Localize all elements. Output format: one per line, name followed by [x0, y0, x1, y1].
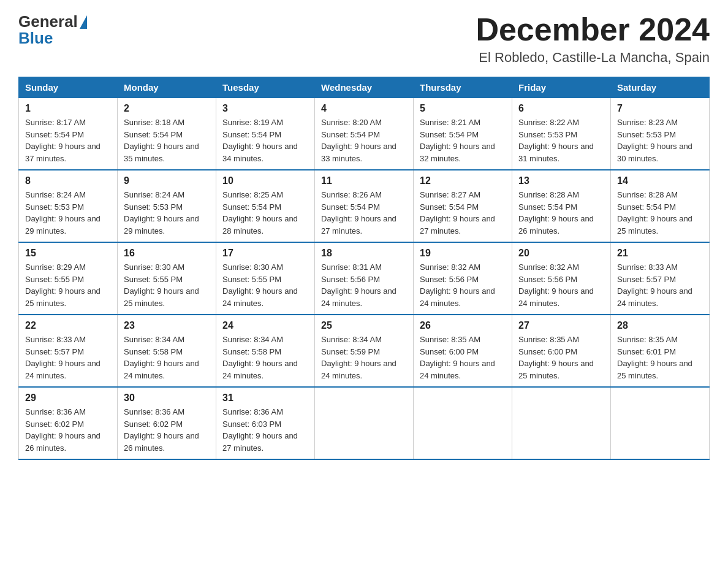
header-cell-friday: Friday: [512, 77, 611, 98]
location-subtitle: El Robledo, Castille-La Mancha, Spain: [476, 50, 710, 66]
page-header: General Blue December 2024 El Robledo, C…: [18, 12, 710, 66]
day-number: 24: [222, 320, 308, 331]
calendar-day-cell: 13Sunrise: 8:28 AMSunset: 5:54 PMDayligh…: [512, 170, 611, 242]
calendar-day-cell: [414, 387, 512, 459]
calendar-day-cell: 18Sunrise: 8:31 AMSunset: 5:56 PMDayligh…: [315, 242, 414, 315]
day-number: 23: [124, 320, 210, 331]
day-number: 16: [124, 248, 210, 259]
calendar-day-cell: 8Sunrise: 8:24 AMSunset: 5:53 PMDaylight…: [19, 170, 118, 242]
header-cell-monday: Monday: [118, 77, 216, 98]
day-info: Sunrise: 8:33 AMSunset: 5:57 PMDaylight:…: [25, 334, 111, 381]
calendar-day-cell: 10Sunrise: 8:25 AMSunset: 5:54 PMDayligh…: [216, 170, 315, 242]
calendar-day-cell: 5Sunrise: 8:21 AMSunset: 5:54 PMDaylight…: [414, 98, 512, 170]
calendar-day-cell: 24Sunrise: 8:34 AMSunset: 5:58 PMDayligh…: [216, 315, 315, 387]
calendar-day-cell: 23Sunrise: 8:34 AMSunset: 5:58 PMDayligh…: [118, 315, 216, 387]
day-number: 10: [222, 175, 308, 186]
calendar-day-cell: 29Sunrise: 8:36 AMSunset: 6:02 PMDayligh…: [19, 387, 118, 459]
day-number: 3: [222, 103, 308, 114]
calendar-day-cell: 28Sunrise: 8:35 AMSunset: 6:01 PMDayligh…: [611, 315, 710, 387]
day-number: 14: [617, 175, 703, 186]
day-info: Sunrise: 8:28 AMSunset: 5:54 PMDaylight:…: [518, 189, 604, 237]
day-number: 13: [518, 175, 604, 186]
day-number: 18: [321, 248, 407, 259]
calendar-day-cell: 15Sunrise: 8:29 AMSunset: 5:55 PMDayligh…: [19, 242, 118, 315]
calendar-day-cell: 31Sunrise: 8:36 AMSunset: 6:03 PMDayligh…: [216, 387, 315, 459]
day-info: Sunrise: 8:32 AMSunset: 5:56 PMDaylight:…: [420, 261, 506, 309]
calendar-day-cell: 14Sunrise: 8:28 AMSunset: 5:54 PMDayligh…: [611, 170, 710, 242]
day-number: 25: [321, 320, 407, 331]
day-info: Sunrise: 8:35 AMSunset: 6:00 PMDaylight:…: [420, 334, 506, 381]
calendar-day-cell: 4Sunrise: 8:20 AMSunset: 5:54 PMDaylight…: [315, 98, 414, 170]
day-number: 21: [617, 248, 703, 259]
day-info: Sunrise: 8:35 AMSunset: 6:00 PMDaylight:…: [518, 334, 604, 381]
calendar-day-cell: 9Sunrise: 8:24 AMSunset: 5:53 PMDaylight…: [118, 170, 216, 242]
header-cell-thursday: Thursday: [414, 77, 512, 98]
day-number: 8: [25, 175, 111, 186]
day-number: 12: [420, 175, 506, 186]
calendar-week-row: 15Sunrise: 8:29 AMSunset: 5:55 PMDayligh…: [19, 242, 710, 315]
day-info: Sunrise: 8:34 AMSunset: 5:58 PMDaylight:…: [222, 334, 308, 381]
calendar-table: SundayMondayTuesdayWednesdayThursdayFrid…: [18, 77, 710, 460]
calendar-day-cell: 27Sunrise: 8:35 AMSunset: 6:00 PMDayligh…: [512, 315, 611, 387]
day-info: Sunrise: 8:19 AMSunset: 5:54 PMDaylight:…: [222, 117, 308, 164]
logo-blue-text: Blue: [18, 29, 53, 48]
calendar-day-cell: 26Sunrise: 8:35 AMSunset: 6:00 PMDayligh…: [414, 315, 512, 387]
day-number: 30: [124, 393, 210, 404]
calendar-week-row: 8Sunrise: 8:24 AMSunset: 5:53 PMDaylight…: [19, 170, 710, 242]
calendar-day-cell: 25Sunrise: 8:34 AMSunset: 5:59 PMDayligh…: [315, 315, 414, 387]
day-info: Sunrise: 8:33 AMSunset: 5:57 PMDaylight:…: [617, 261, 703, 309]
day-number: 28: [617, 320, 703, 331]
day-info: Sunrise: 8:21 AMSunset: 5:54 PMDaylight:…: [420, 117, 506, 164]
day-number: 20: [518, 248, 604, 259]
day-info: Sunrise: 8:28 AMSunset: 5:54 PMDaylight:…: [617, 189, 703, 237]
header-cell-wednesday: Wednesday: [315, 77, 414, 98]
day-info: Sunrise: 8:35 AMSunset: 6:01 PMDaylight:…: [617, 334, 703, 381]
calendar-day-cell: 21Sunrise: 8:33 AMSunset: 5:57 PMDayligh…: [611, 242, 710, 315]
day-info: Sunrise: 8:24 AMSunset: 5:53 PMDaylight:…: [25, 189, 111, 237]
day-info: Sunrise: 8:17 AMSunset: 5:54 PMDaylight:…: [25, 117, 111, 164]
calendar-day-cell: 30Sunrise: 8:36 AMSunset: 6:02 PMDayligh…: [118, 387, 216, 459]
day-number: 22: [25, 320, 111, 331]
day-info: Sunrise: 8:26 AMSunset: 5:54 PMDaylight:…: [321, 189, 407, 237]
header-cell-sunday: Sunday: [19, 77, 118, 98]
day-number: 31: [222, 393, 308, 404]
day-number: 2: [124, 103, 210, 114]
calendar-day-cell: [315, 387, 414, 459]
day-info: Sunrise: 8:36 AMSunset: 6:03 PMDaylight:…: [222, 406, 308, 454]
month-title: December 2024: [476, 12, 710, 47]
header-cell-saturday: Saturday: [611, 77, 710, 98]
calendar-day-cell: 16Sunrise: 8:30 AMSunset: 5:55 PMDayligh…: [118, 242, 216, 315]
logo: General Blue: [18, 12, 87, 48]
day-number: 11: [321, 175, 407, 186]
day-number: 26: [420, 320, 506, 331]
day-number: 19: [420, 248, 506, 259]
calendar-day-cell: 6Sunrise: 8:22 AMSunset: 5:53 PMDaylight…: [512, 98, 611, 170]
day-number: 27: [518, 320, 604, 331]
day-number: 5: [420, 103, 506, 114]
day-number: 29: [25, 393, 111, 404]
calendar-day-cell: 7Sunrise: 8:23 AMSunset: 5:53 PMDaylight…: [611, 98, 710, 170]
day-info: Sunrise: 8:27 AMSunset: 5:54 PMDaylight:…: [420, 189, 506, 237]
day-info: Sunrise: 8:31 AMSunset: 5:56 PMDaylight:…: [321, 261, 407, 309]
day-info: Sunrise: 8:24 AMSunset: 5:53 PMDaylight:…: [124, 189, 210, 237]
day-info: Sunrise: 8:22 AMSunset: 5:53 PMDaylight:…: [518, 117, 604, 164]
calendar-day-cell: 17Sunrise: 8:30 AMSunset: 5:55 PMDayligh…: [216, 242, 315, 315]
day-number: 1: [25, 103, 111, 114]
day-info: Sunrise: 8:30 AMSunset: 5:55 PMDaylight:…: [222, 261, 308, 309]
day-info: Sunrise: 8:36 AMSunset: 6:02 PMDaylight:…: [25, 406, 111, 454]
calendar-day-cell: 11Sunrise: 8:26 AMSunset: 5:54 PMDayligh…: [315, 170, 414, 242]
calendar-day-cell: 12Sunrise: 8:27 AMSunset: 5:54 PMDayligh…: [414, 170, 512, 242]
calendar-week-row: 1Sunrise: 8:17 AMSunset: 5:54 PMDaylight…: [19, 98, 710, 170]
day-info: Sunrise: 8:34 AMSunset: 5:59 PMDaylight:…: [321, 334, 407, 381]
calendar-day-cell: 2Sunrise: 8:18 AMSunset: 5:54 PMDaylight…: [118, 98, 216, 170]
day-number: 6: [518, 103, 604, 114]
day-number: 4: [321, 103, 407, 114]
day-info: Sunrise: 8:34 AMSunset: 5:58 PMDaylight:…: [124, 334, 210, 381]
calendar-day-cell: [611, 387, 710, 459]
day-info: Sunrise: 8:30 AMSunset: 5:55 PMDaylight:…: [124, 261, 210, 309]
day-info: Sunrise: 8:23 AMSunset: 5:53 PMDaylight:…: [617, 117, 703, 164]
day-info: Sunrise: 8:36 AMSunset: 6:02 PMDaylight:…: [124, 406, 210, 454]
day-info: Sunrise: 8:20 AMSunset: 5:54 PMDaylight:…: [321, 117, 407, 164]
day-number: 9: [124, 175, 210, 186]
calendar-day-cell: 1Sunrise: 8:17 AMSunset: 5:54 PMDaylight…: [19, 98, 118, 170]
